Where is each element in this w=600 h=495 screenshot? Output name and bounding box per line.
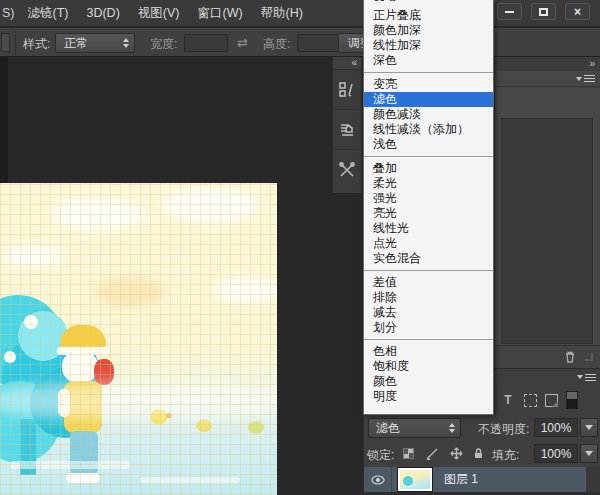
menu-item-subtract[interactable]: 减去 — [364, 305, 493, 320]
double-chevron-right-icon: » — [589, 58, 595, 69]
menu-item-saturation[interactable]: 饱和度 — [364, 359, 493, 374]
stamp-icon — [338, 121, 356, 139]
duck-shape — [248, 421, 264, 434]
panel-bottom-bar — [495, 345, 600, 368]
swap-dimensions-icon[interactable]: ⇄ — [237, 35, 248, 50]
flower-shape — [4, 351, 16, 363]
filter-smart-object-icon[interactable] — [545, 394, 558, 407]
water-streak-shape — [140, 477, 240, 483]
menu-item-3d[interactable]: 3D(D) — [77, 0, 128, 27]
panel-menu-button[interactable] — [576, 75, 595, 82]
menu-group-comparative: 差值 排除 减去 划分 — [364, 271, 493, 340]
child-face-shape — [62, 351, 98, 383]
maximize-icon — [539, 8, 548, 16]
minimize-button[interactable] — [497, 3, 522, 20]
cloud-shape — [160, 188, 260, 222]
menu-item-linear-burn[interactable]: 线性加深 — [364, 38, 493, 53]
filter-type-icon[interactable]: T — [500, 392, 516, 408]
collapse-panels-button[interactable]: « — [333, 57, 361, 70]
eye-icon — [371, 475, 385, 485]
flower-shape — [24, 315, 38, 329]
layer-thumbnail[interactable] — [398, 468, 432, 491]
menu-item-hard-light[interactable]: 强光 — [364, 191, 493, 206]
lock-image-pixels-button[interactable] — [424, 445, 441, 462]
menu-item-soft-light[interactable]: 柔光 — [364, 176, 493, 191]
move-icon — [450, 447, 463, 460]
menu-item-color-burn[interactable]: 颜色加深 — [364, 23, 493, 38]
caret-down-icon — [585, 425, 593, 430]
lock-label: 锁定: — [367, 447, 394, 464]
menu-group-component: 色相 饱和度 颜色 明度 — [364, 340, 493, 408]
menu-item-help[interactable]: 帮助(H) — [252, 0, 312, 27]
layer-visibility-toggle[interactable] — [364, 467, 392, 492]
layers-panel-menu-button[interactable] — [577, 374, 596, 381]
menu-item-screen-selected[interactable]: 滤色 — [364, 92, 493, 107]
menu-group-lighten: 变亮 滤色 颜色减淡 线性减淡（添加） 浅色 — [364, 73, 493, 157]
cloud-shape — [50, 198, 145, 230]
menu-item-select-partial[interactable]: S) — [0, 0, 19, 27]
layers-scroll-strip[interactable] — [586, 467, 600, 492]
close-button[interactable]: × — [565, 3, 590, 20]
menu-item-divide[interactable]: 划分 — [364, 320, 493, 335]
clone-source-icon — [338, 81, 356, 99]
menu-item-lighten[interactable]: 变亮 — [364, 77, 493, 92]
properties-panel-button[interactable] — [333, 150, 361, 190]
style-select-value: 正常 — [56, 35, 123, 52]
menu-item-luminosity[interactable]: 明度 — [364, 389, 493, 404]
layer-name: 图层 1 — [444, 471, 478, 488]
menu-item-linear-dodge[interactable]: 线性减淡（添加） — [364, 122, 493, 137]
panel-dock: « — [332, 57, 362, 193]
divider — [15, 31, 16, 54]
menu-item-overlay[interactable]: 叠加 — [364, 161, 493, 176]
fill-label: 填充: — [492, 447, 519, 464]
menu-item-vivid-light[interactable]: 亮光 — [364, 206, 493, 221]
style-select[interactable]: 正常 — [55, 33, 135, 53]
lock-position-button[interactable] — [448, 445, 465, 462]
menu-item-lighter-color[interactable]: 浅色 — [364, 137, 493, 152]
checkerboard-icon — [403, 448, 414, 459]
width-input[interactable] — [184, 34, 228, 52]
lock-row: 锁定: 填充: 100% — [364, 441, 600, 467]
menu-item-view[interactable]: 视图(V) — [129, 0, 189, 27]
lock-all-button[interactable] — [470, 445, 487, 462]
document-canvas[interactable] — [0, 183, 277, 495]
menu-item-filter[interactable]: 滤镜(T) — [19, 0, 78, 27]
resize-grip[interactable] — [585, 353, 593, 361]
caret-down-icon — [585, 451, 593, 456]
menu-item-exclusion[interactable]: 排除 — [364, 290, 493, 305]
tool-presets-panel-button[interactable] — [333, 110, 361, 150]
fill-dropdown-button[interactable] — [580, 444, 598, 463]
fill-value[interactable]: 100% — [534, 444, 578, 463]
menu-item-window[interactable]: 窗口(W) — [188, 0, 251, 27]
blend-mode-dropdown-menu: 变暗 正片叠底 颜色加深 线性加深 深色 变亮 滤色 颜色减淡 线性减淡（添加）… — [363, 0, 494, 415]
blend-mode-select[interactable]: 滤色 — [368, 418, 461, 438]
duck-shape — [196, 419, 212, 432]
height-input[interactable] — [297, 34, 341, 52]
opacity-dropdown-button[interactable] — [580, 418, 598, 437]
menu-item-pin-light[interactable]: 点光 — [364, 236, 493, 251]
menu-item-color[interactable]: 颜色 — [364, 374, 493, 389]
filter-toggle-swatch[interactable] — [566, 391, 578, 409]
menu-item-hue[interactable]: 色相 — [364, 344, 493, 359]
menu-item-difference[interactable]: 差值 — [364, 275, 493, 290]
filter-shape-icon[interactable] — [524, 394, 537, 407]
opacity-value[interactable]: 100% — [534, 418, 578, 437]
close-icon: × — [574, 6, 581, 18]
menu-item-color-dodge[interactable]: 颜色减淡 — [364, 107, 493, 122]
layer-row-selected[interactable]: 图层 1 — [364, 467, 586, 492]
maximize-button[interactable] — [531, 3, 556, 20]
trash-icon[interactable] — [563, 350, 577, 364]
blend-mode-row: 滤色 不透明度: 100% — [364, 415, 600, 441]
opacity-label: 不透明度: — [478, 421, 529, 438]
menu-item-hard-mix[interactable]: 实色混合 — [364, 251, 493, 266]
menu-item-multiply[interactable]: 正片叠底 — [364, 8, 493, 23]
expand-panels-button[interactable]: » — [495, 57, 600, 71]
clone-source-panel-button[interactable] — [333, 70, 361, 110]
menu-item-linear-light[interactable]: 线性光 — [364, 221, 493, 236]
lock-transparent-pixels-button[interactable] — [400, 445, 417, 462]
tool-preset-partial[interactable] — [1, 33, 10, 52]
mist-shape — [0, 383, 277, 419]
minimize-icon — [505, 11, 514, 13]
menu-item-darker-color[interactable]: 深色 — [364, 53, 493, 68]
menu-group-contrast: 叠加 柔光 强光 亮光 线性光 点光 实色混合 — [364, 157, 493, 271]
